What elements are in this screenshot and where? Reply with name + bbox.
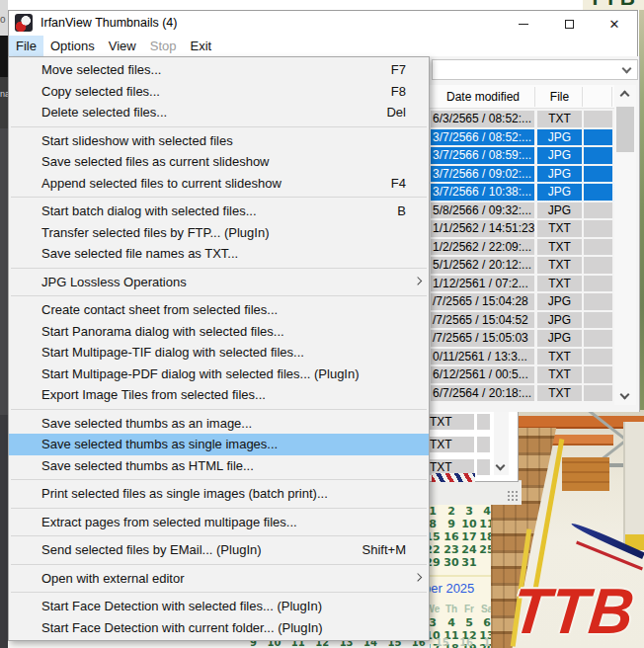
table-row[interactable]: 5/8/2566 / 09:32:...JPG bbox=[430, 202, 613, 219]
menubar-item-exit[interactable]: Exit bbox=[183, 36, 218, 56]
window-bottom-strip bbox=[425, 480, 522, 505]
menu-item[interactable]: Save selected thumbs as HTML file... bbox=[9, 455, 429, 477]
menu-item[interactable]: Start slideshow with selected files bbox=[9, 130, 429, 152]
table-row[interactable]: 6/12/2561 / 00:5...TXT bbox=[430, 366, 613, 383]
menu-separator bbox=[9, 532, 429, 539]
vertical-scrollbar[interactable] bbox=[614, 85, 636, 405]
cell-empty bbox=[584, 330, 612, 347]
irfanview-app-icon bbox=[15, 14, 33, 32]
cell-date-modified: 6/7/2564 / 20:18:... bbox=[431, 385, 534, 402]
cell-empty bbox=[584, 166, 612, 183]
scroll-down-button[interactable] bbox=[614, 387, 636, 405]
cell-file-type: JPG bbox=[537, 330, 582, 347]
cell-date-modified: /7/2565 / 15:04:52 bbox=[431, 312, 534, 329]
scrollbar-thumb[interactable] bbox=[616, 107, 634, 152]
table-row[interactable]: 6/3/2565 / 08:52:...TXT bbox=[430, 111, 613, 127]
cell-file-type: TXT bbox=[537, 111, 582, 127]
list-item[interactable]: TXT bbox=[423, 437, 474, 452]
wallpaper-top-logo: TTB bbox=[583, 0, 644, 10]
menu-item[interactable]: DelDelete selected files... bbox=[9, 102, 429, 123]
menu-item[interactable]: Start Face Detection with current folder… bbox=[9, 617, 429, 639]
cell-date-modified: 1/1/2562 / 14:51:23 bbox=[431, 220, 534, 237]
cell-empty bbox=[584, 366, 612, 383]
menubar-item-options[interactable]: Options bbox=[43, 36, 102, 56]
column-header-date-modified[interactable]: Date modified bbox=[432, 85, 534, 109]
column-divider[interactable] bbox=[611, 87, 612, 107]
cell-date-modified: /7/2565 / 15:05:03 bbox=[431, 330, 534, 347]
menu-item[interactable]: Transfer selected files by FTP... (PlugI… bbox=[9, 222, 429, 244]
menu-item[interactable]: Save selected files as current slideshow bbox=[9, 151, 429, 173]
table-row[interactable]: 0/11/2561 / 13:3...TXT bbox=[430, 349, 613, 365]
scroll-up-button[interactable] bbox=[614, 85, 636, 103]
menu-separator bbox=[9, 194, 429, 201]
menu-item[interactable]: Print selected files as single images (b… bbox=[9, 483, 429, 505]
calendar-day: 23 bbox=[443, 543, 460, 556]
menu-item[interactable]: Save selected thumbs as an image... bbox=[9, 413, 429, 435]
menu-item[interactable]: Start Multipage-TIF dialog with selected… bbox=[9, 342, 429, 364]
calendar-day: 5 bbox=[460, 616, 478, 629]
menu-item[interactable]: Extract pages from selected multipage fi… bbox=[9, 512, 429, 533]
menu-item[interactable]: Open with external editor bbox=[9, 568, 429, 590]
cell-empty bbox=[584, 257, 612, 274]
table-row[interactable]: /7/2565 / 15:04:28JPG bbox=[430, 293, 613, 310]
menu-shortcut: Del bbox=[386, 102, 406, 123]
menu-item[interactable]: BStart batch dialog with selected files.… bbox=[9, 201, 429, 222]
menubar-item-file[interactable]: File bbox=[9, 36, 43, 56]
cell-file-type: JPG bbox=[537, 202, 582, 219]
menubar-item-view[interactable]: View bbox=[102, 36, 143, 56]
chevron-down-icon[interactable] bbox=[622, 64, 632, 74]
path-combobox[interactable] bbox=[432, 59, 638, 80]
maximize-button[interactable] bbox=[546, 11, 592, 37]
calendar-day: 25 bbox=[478, 543, 491, 556]
file-dialog: Date modified File type 6/3/2565 / 08:52… bbox=[415, 56, 640, 412]
table-row[interactable]: 3/7/2566 / 08:59:...JPG bbox=[430, 147, 613, 164]
column-divider[interactable] bbox=[534, 87, 535, 107]
cell-date-modified: 6/12/2561 / 00:5... bbox=[431, 366, 534, 383]
wallpaper-brand-text: TTB bbox=[509, 574, 638, 648]
menu-item[interactable]: JPG Lossless Operations bbox=[9, 272, 429, 293]
table-row[interactable]: 3/7/2566 / 09:02:...JPG bbox=[430, 166, 613, 183]
minimize-button[interactable] bbox=[501, 11, 546, 37]
table-row[interactable]: /7/2565 / 15:04:52JPG bbox=[430, 312, 613, 329]
menu-item[interactable]: F7Move selected files... bbox=[9, 59, 429, 81]
column-divider[interactable] bbox=[582, 87, 583, 107]
cell-file-type: JPG bbox=[537, 184, 582, 201]
aisle-end-boxes bbox=[562, 457, 609, 491]
scroll-down-icon[interactable] bbox=[496, 461, 506, 471]
list-item-cell bbox=[477, 414, 490, 430]
table-row[interactable]: 6/7/2564 / 20:18:...TXT bbox=[430, 385, 613, 402]
menu-item[interactable]: Create contact sheet from selected files… bbox=[9, 299, 429, 321]
menubar-item-stop[interactable]: Stop bbox=[143, 36, 184, 56]
scroll-up-icon bbox=[620, 91, 630, 101]
table-row[interactable]: 1/1/2562 / 14:51:23TXT bbox=[430, 220, 613, 237]
menu-item[interactable]: Shift+MSend selected files by EMail... (… bbox=[9, 539, 429, 561]
calendar-weekday: Fr bbox=[460, 604, 478, 614]
menu-item[interactable]: Start Multipage-PDF dialog with selected… bbox=[9, 364, 429, 385]
table-row[interactable]: 1/12/2561 / 07:2...TXT bbox=[430, 276, 613, 292]
menu-separator bbox=[9, 292, 429, 299]
table-row[interactable]: 3/7/2566 / 10:38:...JPG bbox=[430, 184, 613, 201]
table-row[interactable]: /7/2565 / 15:05:03JPG bbox=[430, 330, 613, 347]
menu-item[interactable]: Save selected file names as TXT... bbox=[9, 243, 429, 265]
cell-empty bbox=[584, 293, 612, 310]
calendar-day: 24 bbox=[460, 543, 478, 556]
menu-item[interactable]: Start Panorama dialog with selected file… bbox=[9, 321, 429, 343]
vertical-scrollbar[interactable] bbox=[494, 412, 509, 475]
cell-date-modified: 1/2/2562 / 22:09:... bbox=[431, 239, 534, 256]
close-button[interactable]: ✕ bbox=[592, 11, 637, 37]
table-row[interactable]: 3/7/2566 / 08:52:...JPG bbox=[430, 129, 613, 146]
list-item[interactable]: TXT bbox=[423, 414, 474, 430]
table-row[interactable]: 5/1/2562 / 20:12:...TXT bbox=[430, 257, 613, 274]
table-row[interactable]: 1/2/2562 / 22:09:...TXT bbox=[430, 239, 613, 256]
menu-separator bbox=[9, 265, 429, 272]
column-header-file-type[interactable]: File type bbox=[537, 85, 582, 109]
menu-item[interactable]: Export Image Tiles from selected files..… bbox=[9, 384, 429, 406]
menu-item[interactable]: F4Append selected files to current slide… bbox=[9, 173, 429, 195]
cell-empty bbox=[584, 220, 612, 237]
menu-shortcut: F4 bbox=[391, 173, 406, 195]
menu-item[interactable]: F8Copy selected files... bbox=[9, 81, 429, 103]
resize-grip[interactable] bbox=[507, 490, 520, 503]
menu-item[interactable]: Save selected thumbs as single images... bbox=[9, 434, 429, 455]
menu-item[interactable]: Start Face Detection with selected files… bbox=[9, 596, 429, 617]
calendar-weekday: Sa bbox=[478, 604, 491, 614]
